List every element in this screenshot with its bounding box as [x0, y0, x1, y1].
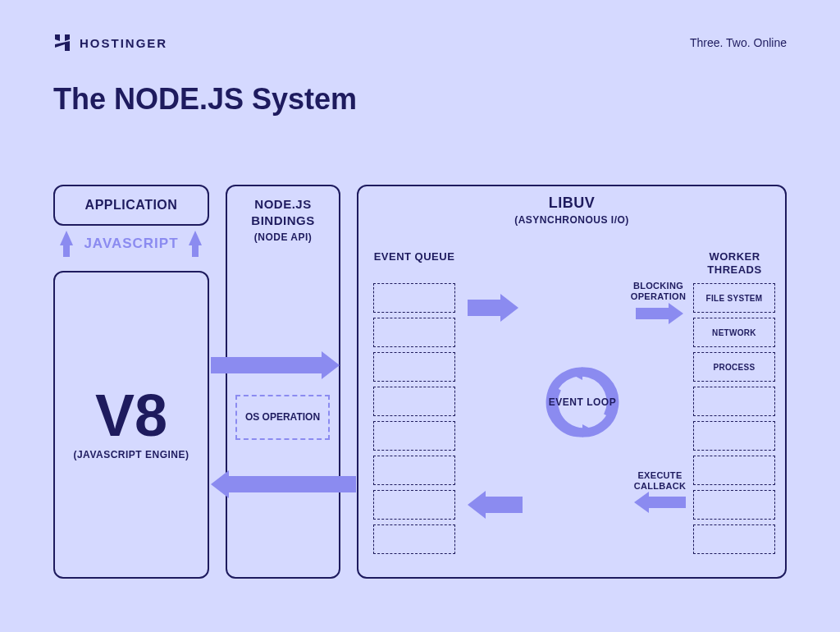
worker-slot: FILE SYSTEM — [693, 283, 775, 313]
application-box: APPLICATION — [53, 185, 209, 226]
worker-slot: NETWORK — [693, 318, 775, 347]
bindings-title: NODE.JS BINDINGS — [227, 196, 339, 228]
brand-name: HOSTINGER — [80, 36, 167, 50]
queue-slot — [373, 318, 455, 347]
queue-slot — [373, 456, 455, 485]
worker-slot — [693, 456, 775, 485]
worker-slot — [693, 524, 775, 554]
queue-slot — [373, 387, 455, 416]
page-title: The NODE.JS System — [53, 82, 357, 117]
bindings-sub: (NODE API) — [254, 231, 313, 243]
queue-slot — [373, 421, 455, 451]
javascript-label: JAVASCRIPT — [53, 236, 209, 252]
v8-box: V8 (JAVASCRIPT ENGINE) — [53, 271, 209, 579]
event-queue-stack — [373, 283, 455, 559]
worker-slot — [693, 421, 775, 451]
worker-slot — [693, 387, 775, 416]
blocking-operation-label: BLOCKING OPERATION — [628, 281, 689, 302]
diagram: APPLICATION JAVASCRIPT V8 (JAVASCRIPT EN… — [53, 185, 787, 591]
event-loop: EVENT LOOP — [546, 365, 619, 439]
libuv-sub: (ASYNCHRONOUS I/O) — [358, 214, 785, 226]
worker-slot — [693, 490, 775, 520]
event-loop-label: EVENT LOOP — [549, 396, 616, 408]
queue-slot — [373, 283, 455, 313]
queue-slot — [373, 524, 455, 554]
v8-sublabel: (JAVASCRIPT ENGINE) — [73, 449, 189, 460]
v8-label: V8 — [95, 389, 167, 442]
application-label: APPLICATION — [85, 198, 178, 213]
queue-slot — [373, 352, 455, 382]
os-operation-box: OS OPERATION — [235, 395, 330, 440]
hostinger-logo-icon — [53, 33, 71, 53]
libuv-title: LIBUV — [358, 195, 785, 212]
tagline: Three. Two. Online — [690, 36, 787, 49]
event-queue-label: EVENT QUEUE — [373, 250, 455, 263]
worker-threads-stack: FILE SYSTEM NETWORK PROCESS — [693, 283, 775, 559]
logo: HOSTINGER — [53, 33, 167, 53]
worker-slot: PROCESS — [693, 352, 775, 382]
os-operation-label: OS OPERATION — [245, 411, 320, 424]
header: HOSTINGER Three. Two. Online — [53, 33, 787, 53]
bindings-box: NODE.JS BINDINGS (NODE API) — [226, 185, 340, 579]
worker-threads-label: WORKER THREADS — [692, 250, 778, 277]
arrow-up-icon — [189, 231, 202, 245]
queue-slot — [373, 490, 455, 520]
execute-callback-label: EXECUTE CALLBACK — [629, 470, 691, 492]
